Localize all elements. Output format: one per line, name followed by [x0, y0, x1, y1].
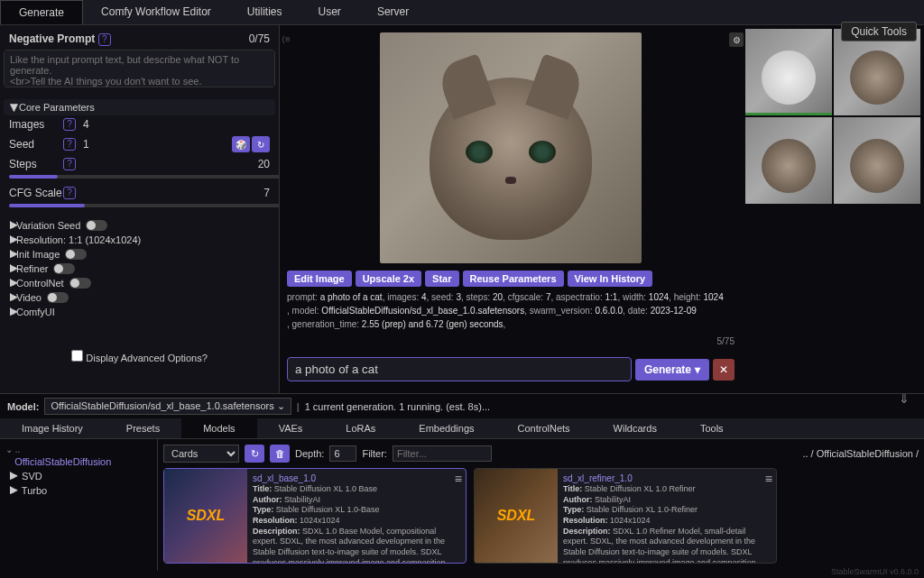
- neg-prompt-count: 0/75: [249, 32, 270, 46]
- breadcrumb[interactable]: .. / OfficialStableDiffusion /: [802, 448, 919, 459]
- seed-label: Seed: [9, 138, 63, 151]
- cfg-label: CFG Scale: [9, 187, 63, 199]
- toggle-switch[interactable]: [69, 278, 91, 289]
- tab-wildcards[interactable]: Wildcards: [592, 418, 679, 438]
- cfg-value: 7: [263, 187, 270, 199]
- mid-tabs: Image History Presets Models VAEs LoRAs …: [0, 418, 924, 439]
- quick-tools-button[interactable]: Quick Tools: [841, 22, 917, 41]
- prompt-input[interactable]: [287, 357, 632, 381]
- steps-value: 20: [258, 158, 270, 170]
- steps-slider[interactable]: [9, 175, 280, 179]
- prompt-count: 5/75: [287, 336, 735, 346]
- model-card[interactable]: SDXL ≡ sd_xl_base_1.0 Title: Stable Diff…: [163, 468, 467, 564]
- seed-random-icon[interactable]: 🎲: [232, 136, 250, 152]
- top-nav: Generate Comfy Workflow Editor Utilities…: [0, 0, 924, 25]
- refresh-icon[interactable]: ↻: [245, 445, 264, 463]
- neg-prompt-input[interactable]: [4, 50, 275, 87]
- toggle-video[interactable]: Video: [16, 292, 42, 303]
- help-icon[interactable]: ?: [63, 138, 76, 151]
- tab-vaes[interactable]: VAEs: [257, 418, 325, 438]
- nav-tab-server[interactable]: Server: [359, 0, 427, 24]
- model-card[interactable]: SDXL ≡ sd_xl_refiner_1.0 Title: Stable D…: [474, 468, 777, 564]
- tab-image-history[interactable]: Image History: [0, 418, 105, 438]
- hamburger-icon[interactable]: ≡: [455, 471, 462, 487]
- toggle-switch[interactable]: [86, 220, 107, 231]
- toggle-init-image[interactable]: Init Image: [16, 249, 60, 260]
- history-thumb[interactable]: [745, 29, 832, 115]
- delete-icon[interactable]: 🗑: [270, 445, 290, 463]
- advanced-checkbox[interactable]: [71, 350, 83, 362]
- toggle-comfyui[interactable]: ComfyUI: [16, 307, 55, 317]
- nav-tab-user[interactable]: User: [300, 0, 359, 24]
- hamburger-icon[interactable]: ≡: [765, 471, 772, 487]
- toggle-switch[interactable]: [53, 263, 75, 274]
- history-panel: [742, 25, 924, 393]
- tree-item[interactable]: ⯈ SVD: [5, 469, 152, 483]
- help-icon[interactable]: ?: [63, 187, 76, 199]
- tab-presets[interactable]: Presets: [105, 418, 181, 438]
- nav-tab-utilities[interactable]: Utilities: [229, 0, 300, 24]
- depth-label: Depth:: [295, 448, 324, 459]
- model-tree: ⌄ .. OfficialStableDiffusion ⯈ SVD ⯈ Tur…: [0, 439, 158, 571]
- tree-item[interactable]: ⯈ Turbo: [5, 483, 152, 498]
- steps-label: Steps: [9, 158, 63, 170]
- seed-reuse-icon[interactable]: ↻: [252, 136, 270, 152]
- history-thumb[interactable]: [834, 117, 920, 204]
- card-thumbnail: SDXL: [164, 469, 247, 563]
- depth-input[interactable]: [329, 445, 356, 462]
- image-metadata: prompt: a photo of a cat, images: 4, see…: [287, 290, 735, 331]
- toggle-variation-seed[interactable]: Variation Seed: [16, 220, 80, 231]
- tab-tools[interactable]: Tools: [679, 418, 745, 438]
- advanced-label: Display Advanced Options?: [86, 353, 208, 363]
- toggle-refiner[interactable]: Refiner: [16, 263, 48, 274]
- model-select[interactable]: OfficialStableDiffusion/sd_xl_base_1.0.s…: [44, 398, 291, 415]
- images-label: Images: [9, 118, 63, 131]
- nav-tab-generate[interactable]: Generate: [0, 0, 83, 24]
- left-panel: Negative Prompt ? 0/75 ⯆Core Parameters …: [0, 25, 280, 393]
- main-image[interactable]: [380, 32, 642, 263]
- seed-value[interactable]: 1: [83, 138, 89, 151]
- model-label: Model:: [7, 401, 39, 412]
- card-thumbnail: SDXL: [475, 469, 558, 563]
- version-label: StableSwarmUI v0.6.0.0: [831, 567, 919, 576]
- gear-icon[interactable]: ⚙: [729, 32, 744, 47]
- star-button[interactable]: Star: [425, 271, 458, 287]
- tree-item[interactable]: OfficialStableDiffusion: [5, 454, 152, 469]
- interrupt-button[interactable]: ✕: [713, 359, 735, 381]
- nav-tab-comfy[interactable]: Comfy Workflow Editor: [83, 0, 229, 24]
- gen-status: 1 current generation. 1 running. (est. 8…: [305, 401, 490, 412]
- help-icon[interactable]: ?: [63, 158, 76, 170]
- tab-loras[interactable]: LoRAs: [324, 418, 397, 438]
- tab-controlnets[interactable]: ControlNets: [496, 418, 592, 438]
- images-value[interactable]: 4: [83, 118, 89, 131]
- edit-image-button[interactable]: Edit Image: [287, 271, 352, 287]
- toggle-resolution[interactable]: Resolution: 1:1 (1024x1024): [16, 234, 141, 245]
- center-panel: Edit Image Upscale 2x Star Reuse Paramet…: [280, 25, 742, 393]
- tab-models[interactable]: Models: [181, 418, 256, 438]
- filter-label: Filter:: [362, 448, 387, 459]
- toggle-switch[interactable]: [65, 249, 87, 260]
- history-thumb[interactable]: [834, 29, 920, 115]
- panel-resize-grip[interactable]: ⟨≡: [282, 34, 291, 44]
- cfg-slider[interactable]: [9, 204, 280, 207]
- core-params-header[interactable]: ⯆Core Parameters: [4, 99, 275, 115]
- toggle-switch[interactable]: [47, 292, 69, 303]
- neg-prompt-label: Negative Prompt: [9, 32, 95, 45]
- vertical-resize-handle[interactable]: ⇓: [899, 391, 910, 406]
- generate-button[interactable]: Generate▾: [635, 359, 709, 381]
- view-mode-select[interactable]: Cards: [163, 445, 239, 463]
- help-icon[interactable]: ?: [63, 118, 76, 131]
- toggle-controlnet[interactable]: ControlNet: [16, 278, 64, 289]
- upscale-button[interactable]: Upscale 2x: [356, 271, 421, 287]
- chevron-down-icon[interactable]: ▾: [695, 363, 700, 376]
- reuse-params-button[interactable]: Reuse Parameters: [463, 271, 564, 287]
- help-icon[interactable]: ?: [98, 33, 111, 46]
- filter-input[interactable]: [393, 445, 492, 462]
- history-thumb[interactable]: [745, 117, 832, 204]
- view-history-button[interactable]: View In History: [568, 271, 653, 287]
- tab-embeddings[interactable]: Embeddings: [397, 418, 495, 438]
